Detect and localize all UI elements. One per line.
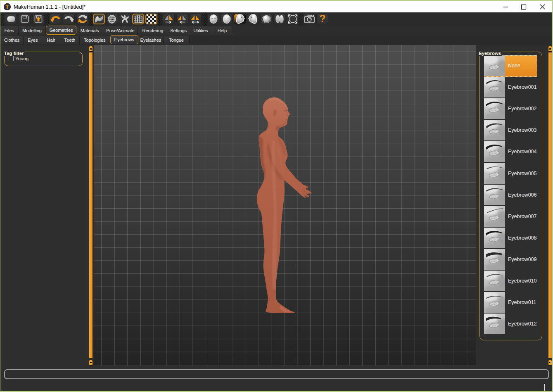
- svg-text:?: ?: [319, 14, 325, 24]
